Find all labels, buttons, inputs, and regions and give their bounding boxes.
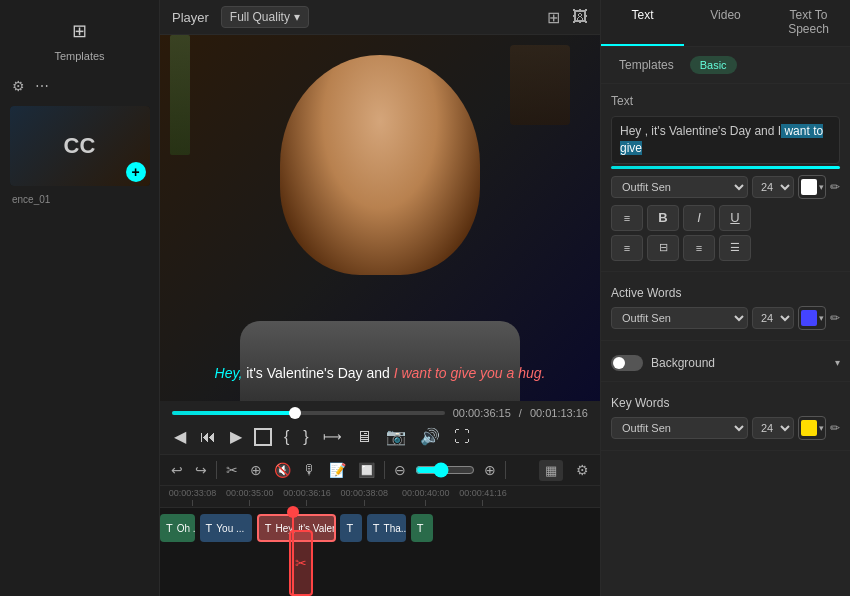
settings-button[interactable]: ⚙ [573, 459, 592, 481]
background-section: Background ▾ [601, 341, 850, 382]
brace-open-button[interactable]: { [282, 426, 291, 448]
image-view-icon[interactable]: 🖼 [572, 8, 588, 26]
clip-oh[interactable]: T Oh ... [160, 514, 195, 542]
align-justify-button[interactable]: ☰ [719, 235, 751, 261]
timeline: 00:00:33:08 00:00:35:00 00:00:36:16 00:0… [160, 486, 600, 596]
person-body [240, 321, 520, 401]
tab-tts[interactable]: Text To Speech [767, 0, 850, 46]
align-row: ≡ ⊟ ≡ ☰ [611, 235, 840, 261]
subtab-basic[interactable]: Basic [690, 56, 737, 74]
align-left-button[interactable]: ≡ [611, 235, 643, 261]
align-right-button[interactable]: ≡ [683, 235, 715, 261]
italic-button[interactable]: I [683, 205, 715, 231]
toolbar-divider-1 [216, 461, 217, 479]
text-button[interactable]: 📝 [326, 459, 349, 481]
progress-track[interactable] [172, 411, 445, 415]
sidebar-thumbnail[interactable]: 00:01:13 CC + [10, 106, 150, 186]
playback-bar: 00:00:36:15 / 00:01:13:16 ◀ ⏮ ▶ { } ⟼ 🖥 … [160, 401, 600, 454]
text-section-title: Text [611, 94, 840, 108]
play-button[interactable]: ▶ [228, 425, 244, 448]
active-words-color-swatch [801, 310, 817, 326]
quality-value: Full Quality [230, 10, 290, 24]
text-input[interactable]: Hey , it's Valentine's Day and I want to… [611, 116, 840, 164]
clip-blank[interactable]: T [340, 514, 362, 542]
background-arrow[interactable]: ▾ [835, 357, 840, 368]
font-size-select[interactable]: 24 [752, 176, 794, 198]
key-words-color-swatch [801, 420, 817, 436]
active-words-size-select[interactable]: 24 [752, 307, 794, 329]
right-subtabs: Templates Basic [601, 47, 850, 84]
subtitle-hey: Hey, [215, 365, 247, 381]
key-words-section: Key Words Outfit Sen 24 ▾ ✏ [601, 382, 850, 451]
sidebar-tools: ⚙ ⋯ [0, 70, 159, 102]
filter-icon[interactable]: ⚙ [12, 78, 25, 94]
key-words-edit-icon[interactable]: ✏ [830, 421, 840, 435]
grid-toggle-button[interactable]: ▦ [539, 460, 563, 481]
add-clip-button[interactable]: + [126, 162, 146, 182]
playhead[interactable] [292, 508, 294, 596]
text-color-button[interactable]: ▾ [798, 175, 826, 199]
active-words-title: Active Words [611, 286, 840, 300]
rewind-button[interactable]: ◀ [172, 425, 188, 448]
underline-button[interactable]: U [719, 205, 751, 231]
monitor-button[interactable]: 🖥 [354, 426, 374, 448]
ruler-tick-5: 00:00:40:00 [402, 488, 450, 506]
time-separator: / [519, 407, 522, 419]
progress-thumb[interactable] [289, 407, 301, 419]
tab-video[interactable]: Video [684, 0, 767, 46]
camera-button[interactable]: 📷 [384, 425, 408, 448]
subtab-templates[interactable]: Templates [611, 55, 682, 75]
track-row-1: T Oh ... T You ... T Hey, it's Valentine… [160, 512, 600, 544]
bold-button[interactable]: B [647, 205, 679, 231]
ruler-tick-2: 00:00:35:00 [226, 488, 274, 506]
text-edit-icon[interactable]: ✏ [830, 180, 840, 194]
zoom-in-button[interactable]: ⊕ [481, 459, 499, 481]
tab-text[interactable]: Text [601, 0, 684, 46]
add-track-button[interactable]: ⊕ [247, 459, 265, 481]
undo-button[interactable]: ↩ [168, 459, 186, 481]
clip-you[interactable]: T You ... [200, 514, 253, 542]
player-label: Player [172, 10, 209, 25]
sidebar: ⊞ Templates ⚙ ⋯ 00:01:13 CC + ence_01 [0, 0, 160, 596]
cut-button[interactable]: ✂ [223, 459, 241, 481]
step-back-button[interactable]: ⏮ [198, 426, 218, 448]
zoom-slider[interactable] [415, 462, 475, 478]
grid-view-icon[interactable]: ⊞ [547, 8, 560, 27]
player-header: Player Full Quality ▾ ⊞ 🖼 [160, 0, 600, 35]
crop-button[interactable]: 🔲 [355, 459, 378, 481]
active-words-edit-icon[interactable]: ✏ [830, 311, 840, 325]
quality-dropdown[interactable]: Full Quality ▾ [221, 6, 309, 28]
key-words-font-row: Outfit Sen 24 ▾ ✏ [611, 416, 840, 440]
key-words-font-select[interactable]: Outfit Sen [611, 417, 748, 439]
controls-row: ◀ ⏮ ▶ { } ⟼ 🖥 📷 🔊 ⛶ [172, 425, 588, 448]
redo-button[interactable]: ↪ [192, 459, 210, 481]
stop-button[interactable] [254, 428, 272, 446]
volume-button[interactable]: 🔊 [418, 425, 442, 448]
active-words-color-button[interactable]: ▾ [798, 306, 826, 330]
background-toggle[interactable] [611, 355, 643, 371]
toolbar-divider-2 [384, 461, 385, 479]
clip-end[interactable]: T [411, 514, 433, 542]
key-words-size-select[interactable]: 24 [752, 417, 794, 439]
sidebar-item-templates[interactable]: ⊞ Templates [0, 8, 159, 70]
key-words-color-button[interactable]: ▾ [798, 416, 826, 440]
person-face [280, 55, 480, 275]
mute-button[interactable]: 🔇 [271, 459, 294, 481]
active-words-font-row: Outfit Sen 24 ▾ ✏ [611, 306, 840, 330]
more-icon[interactable]: ⋯ [35, 78, 49, 94]
time-total: 00:01:13:16 [530, 407, 588, 419]
timeline-ruler: 00:00:33:08 00:00:35:00 00:00:36:16 00:0… [160, 486, 600, 508]
active-words-font-select[interactable]: Outfit Sen [611, 307, 748, 329]
expand-button[interactable]: ⛶ [452, 426, 472, 448]
text-section: Text Hey , it's Valentine's Day and I wa… [601, 84, 850, 272]
record-button[interactable]: 🎙 [300, 459, 320, 481]
brace-close-button[interactable]: } [301, 426, 310, 448]
font-select[interactable]: Outfit Sen [611, 176, 748, 198]
clip-tha[interactable]: T Tha... [367, 514, 407, 542]
right-tabs: Text Video Text To Speech [601, 0, 850, 47]
quality-chevron: ▾ [294, 10, 300, 24]
split-button[interactable]: ⟼ [321, 427, 344, 446]
align-center-button[interactable]: ⊟ [647, 235, 679, 261]
align-left-icon[interactable]: ≡ [611, 205, 643, 231]
zoom-out-button[interactable]: ⊖ [391, 459, 409, 481]
